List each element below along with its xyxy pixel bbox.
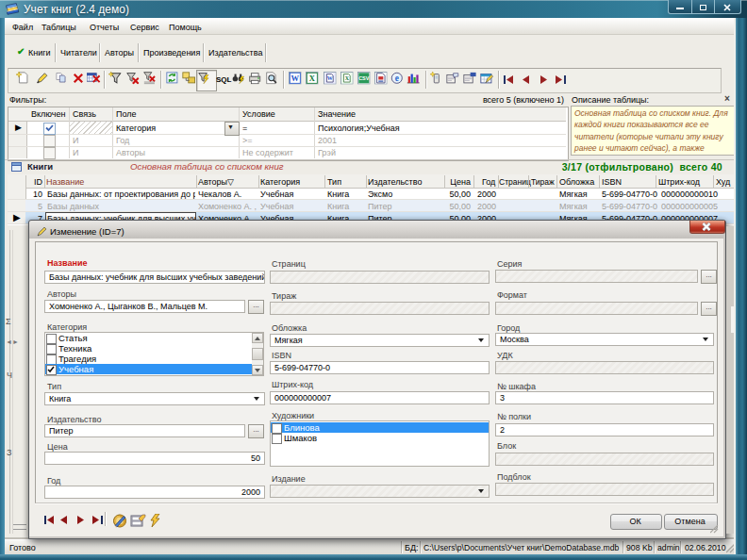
svg-text:X: X	[309, 74, 316, 83]
svg-text:W: W	[291, 74, 300, 83]
svg-text:W: W	[327, 75, 333, 81]
svg-text:e: e	[395, 74, 399, 83]
svg-text:X: X	[345, 75, 350, 81]
svg-text:CSV: CSV	[358, 75, 370, 81]
